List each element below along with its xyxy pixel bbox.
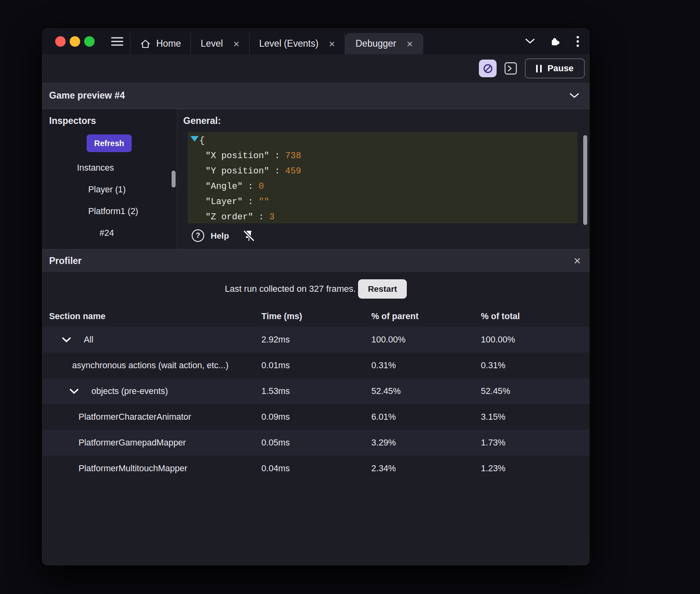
section-percent-total: 0.31% [481,361,590,371]
section-percent-parent: 100.00% [371,335,481,345]
tab-label: Debugger [356,38,396,49]
chevron-down-icon[interactable] [62,337,71,342]
general-scrollbar-thumb[interactable] [583,135,587,225]
table-row-objects-pre-events[interactable]: objects (pre-events) 1.53ms 52.45% 52.45… [42,378,590,404]
tree-item-player[interactable]: Player (1) [42,179,177,200]
pin-off-icon[interactable] [243,230,255,242]
home-icon [140,39,151,49]
section-name: All [84,335,93,345]
chevron-down-icon[interactable] [70,389,79,394]
column-header-percent-total: % of total [481,311,590,322]
profiler-table: Section name Time (ms) % of parent % of … [42,306,590,481]
section-percent-parent: 2.34% [371,464,481,474]
tab-level-events[interactable]: Level (Events) × [249,33,345,54]
restart-button[interactable]: Restart [358,279,406,299]
section-time: 0.04ms [261,464,371,474]
game-preview-header: Game preview #4 [42,82,590,109]
profiler-status-text: Last run collected on 327 frames. [225,284,356,294]
profiler-table-rows: All 2.92ms 100.00% 100.00% asynchronous … [42,327,590,481]
inspectors-panel: Inspectors Refresh Instances Player (1) … [42,109,177,249]
property-z-order: "Z order" : 3 [188,210,578,223]
tab-label: Level [201,38,223,49]
tab-label: Level (Events) [259,38,319,49]
tab-label: Home [156,38,181,49]
close-icon[interactable]: × [329,39,335,49]
profiler-table-header: Section name Time (ms) % of parent % of … [42,306,590,327]
pause-button[interactable]: Pause [525,58,585,78]
debugger-toolbar: Pause [42,54,590,82]
tab-bar: Home Level × Level (Events) × Debugger × [130,33,423,54]
section-name: objects (pre-events) [91,386,168,396]
table-row-async-actions: asynchronous actions (wait action, etc..… [42,353,590,378]
close-icon[interactable]: × [407,39,413,49]
game-preview-title: Game preview #4 [49,90,125,101]
section-percent-parent: 52.45% [371,386,481,396]
refresh-button[interactable]: Refresh [87,134,132,152]
general-footer: ? Help [192,229,590,242]
general-title: General: [183,116,590,126]
close-icon[interactable]: × [233,39,239,49]
tab-level[interactable]: Level × [191,33,249,54]
json-open-brace: { [188,133,578,148]
section-time: 2.92ms [261,335,371,345]
profiler-toggle-icon[interactable] [479,60,497,77]
titlebar: Home Level × Level (Events) × Debugger × [42,28,590,54]
more-options-icon[interactable] [576,35,579,47]
instances-tree: Instances Player (1) Platform1 (2) #24 [42,157,177,244]
column-header-time: Time (ms) [261,311,371,322]
profiler-title: Profiler [49,256,82,266]
traffic-minimize-button[interactable] [70,36,80,47]
extensions-puzzle-icon[interactable] [550,36,561,47]
section-percent-parent: 6.01% [371,412,481,422]
profiler-header: Profiler × [42,249,590,272]
section-time: 0.09ms [261,412,371,422]
inspectors-scrollbar-thumb[interactable] [172,171,176,188]
table-row-platformer-multitouch-mapper: PlatformerMultitouchMapper 0.04ms 2.34% … [42,456,590,481]
property-x-position: "X position" : 738 [188,148,578,164]
section-percent-parent: 0.31% [371,361,481,371]
tree-item-platform1[interactable]: Platform1 (2) [42,200,177,222]
help-icon[interactable]: ? [192,229,204,242]
section-percent-total: 1.23% [481,464,590,474]
tab-debugger[interactable]: Debugger × [345,33,423,54]
preview-chevron-down-icon[interactable] [570,93,579,98]
table-row-platformer-gamepad-mapper: PlatformerGamepadMapper 0.05ms 3.29% 1.7… [42,430,590,456]
tree-item-instances[interactable]: Instances [42,157,177,179]
property-angle: "Angle" : 0 [188,179,578,194]
property-layer: "Layer" : "" [188,194,578,210]
collapse-triangle-icon[interactable] [191,136,199,142]
profiler-close-icon[interactable]: × [574,255,581,267]
section-percent-total: 3.15% [481,412,590,422]
section-name: asynchronous actions (wait action, etc..… [72,361,228,371]
inspectors-title: Inspectors [42,109,177,126]
profiler-status-row: Last run collected on 327 frames. Restar… [42,272,590,306]
traffic-zoom-button[interactable] [84,36,95,47]
tab-home[interactable]: Home [130,33,191,54]
property-y-position: "Y position" : 459 [188,164,578,179]
section-name: PlatformerMultitouchMapper [79,464,187,474]
pause-icon [536,65,542,72]
table-row-all[interactable]: All 2.92ms 100.00% 100.00% [42,327,590,353]
menu-icon[interactable] [111,35,123,48]
table-row-platformer-character-animator: PlatformerCharacterAnimator 0.09ms 6.01%… [42,404,590,430]
debugger-split: Inspectors Refresh Instances Player (1) … [42,109,590,249]
general-panel: General: { "X position" : 738 "Y positio… [177,109,590,249]
section-name: PlatformerCharacterAnimator [79,412,191,422]
titlebar-actions [525,35,579,47]
section-name: PlatformerGamepadMapper [79,438,186,448]
column-header-section-name: Section name [42,311,261,322]
console-icon[interactable] [502,60,519,77]
section-time: 1.53ms [261,386,371,396]
tree-item-instance-24[interactable]: #24 [42,222,177,244]
help-label[interactable]: Help [211,231,229,241]
section-time: 0.05ms [261,438,371,448]
chevron-down-icon[interactable] [525,39,535,44]
section-percent-total: 1.73% [481,438,590,448]
debugger-window: Home Level × Level (Events) × Debugger × [42,28,590,565]
section-percent-total: 100.00% [481,335,590,345]
traffic-close-button[interactable] [55,36,66,47]
column-header-percent-parent: % of parent [371,311,481,322]
section-percent-total: 52.45% [481,386,590,396]
pause-button-label: Pause [547,63,574,74]
properties-json-view: { "X position" : 738 "Y position" : 459 … [188,132,578,223]
